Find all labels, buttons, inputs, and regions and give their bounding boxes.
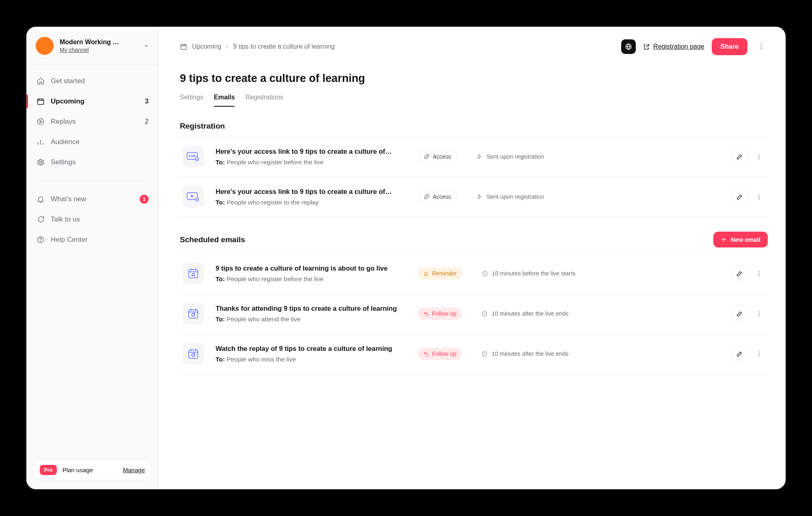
breadcrumb-leaf: 9 tips to create a culture of learning [233,43,335,50]
svg-rect-26 [189,310,198,318]
section-title-scheduled: Scheduled emails [180,235,245,244]
svg-rect-0 [38,99,44,104]
sidebar-item-audience[interactable]: Audience [30,133,154,151]
svg-point-8 [761,46,762,47]
row-more-button[interactable] [752,347,765,360]
divider [39,181,146,181]
email-row: Thanks for attending 9 tips to create a … [180,294,768,334]
svg-point-34 [758,353,759,354]
sidebar-item-get-started[interactable]: Get started [30,72,154,90]
svg-point-2 [40,161,42,163]
email-row: 9 tips to create a culture of learning i… [180,254,768,294]
svg-point-15 [758,158,759,159]
email-recipients: To: People who register before the live [216,275,406,283]
globe-button[interactable] [621,39,636,54]
workspace-switcher[interactable]: Modern Working … My channel [26,27,158,64]
registration-page-link[interactable]: Registration page [643,43,704,50]
email-timing: 10 minutes after the live ends [482,350,568,357]
email-timing: Sent upon registration [477,153,544,160]
email-recipients: To: People who register to the replay [216,199,406,206]
avatar [35,37,54,55]
sidebar-nav: Get started Upcoming 3 Replays 2 Audienc… [26,64,158,249]
chevron-down-icon [143,43,149,49]
svg-point-18 [758,194,759,195]
sidebar-item-label: Talk to us [51,215,80,224]
notification-badge: 1 [140,195,149,204]
breadcrumb-root[interactable]: Upcoming [192,43,221,50]
edit-button[interactable] [731,305,747,322]
row-icon: LIVE [182,146,204,168]
tab-emails[interactable]: Emails [214,90,235,107]
followup-pill: Follow up [418,348,462,360]
edit-button[interactable] [731,189,747,205]
svg-rect-31 [189,350,198,359]
svg-point-20 [758,198,759,199]
email-row: Watch the replay of 9 tips to create a c… [180,334,768,374]
plan-chip: Pro [40,465,57,475]
sidebar-item-label: Audience [51,138,80,146]
svg-point-7 [761,44,762,45]
more-button[interactable] [755,40,768,53]
access-pill: Access [418,150,457,163]
row-more-button[interactable] [752,307,765,320]
sidebar-item-replays[interactable]: Replays 2 [30,112,154,131]
tab-registrations[interactable]: Registrations [245,90,283,107]
svg-point-1 [38,119,44,125]
topbar: Upcoming › 9 tips to create a culture of… [180,38,768,55]
registration-rows: LIVEHere's your access link to 9 tips to… [180,136,768,217]
row-icon [182,186,204,208]
reminder-pill: Reminder [418,267,462,280]
email-title: 9 tips to create a culture of learning i… [216,264,406,272]
plus-icon [721,236,727,243]
sidebar-item-label: Get started [51,77,85,85]
new-email-button[interactable]: New email [713,232,768,247]
help-icon [36,235,45,244]
followup-pill: Follow up [418,307,462,320]
email-title: Here's your access link to 9 tips to cre… [216,188,406,196]
svg-point-14 [758,156,759,157]
main: Upcoming › 9 tips to create a culture of… [159,27,786,489]
svg-point-9 [761,48,762,49]
email-timing: Sent upon registration [477,194,544,200]
sidebar-item-help[interactable]: Help Center [30,230,154,249]
svg-point-23 [758,271,759,272]
row-icon [182,343,204,365]
tab-settings[interactable]: Settings [180,90,203,107]
edit-button[interactable] [731,346,747,362]
upcoming-count: 3 [145,98,149,105]
tabs: Settings Emails Registrations [180,90,768,107]
email-title: Thanks for attending 9 tips to create a … [216,305,406,312]
svg-point-19 [758,196,759,197]
edit-button[interactable] [731,265,747,282]
svg-point-24 [758,273,759,274]
access-pill: Access [418,190,457,203]
svg-point-33 [758,351,759,352]
email-recipients: To: People who attend the live [216,316,406,323]
sidebar-item-label: Replays [51,118,76,126]
calendar-icon [180,43,187,50]
replays-count: 2 [145,118,149,125]
sidebar-item-talk[interactable]: Talk to us [30,210,154,229]
workspace-channel-link[interactable]: My channel [60,47,137,53]
page-title: 9 tips to create a culture of learning [180,72,768,85]
svg-text:LIVE: LIVE [189,154,196,158]
row-more-button[interactable] [752,150,765,163]
sidebar-item-label: Help Center [51,236,88,244]
sidebar-item-upcoming[interactable]: Upcoming 3 [30,92,154,111]
chevron-right-icon: › [226,43,228,50]
row-more-button[interactable] [752,267,765,280]
external-link-icon [643,43,650,50]
email-recipients: To: People who register before the live [216,159,406,166]
plan-manage-link[interactable]: Manage [123,467,145,473]
row-more-button[interactable] [752,190,765,203]
home-icon [36,77,45,86]
sidebar-item-label: Upcoming [51,97,84,105]
gear-icon [36,158,45,167]
share-button[interactable]: Share [712,38,747,55]
sidebar-item-whats-new[interactable]: What's new 1 [30,190,154,209]
sidebar-item-settings[interactable]: Settings [30,153,154,172]
sidebar-item-label: Settings [51,158,76,166]
sidebar-item-label: What's new [51,195,86,203]
svg-point-28 [758,311,759,312]
edit-button[interactable] [731,148,747,165]
